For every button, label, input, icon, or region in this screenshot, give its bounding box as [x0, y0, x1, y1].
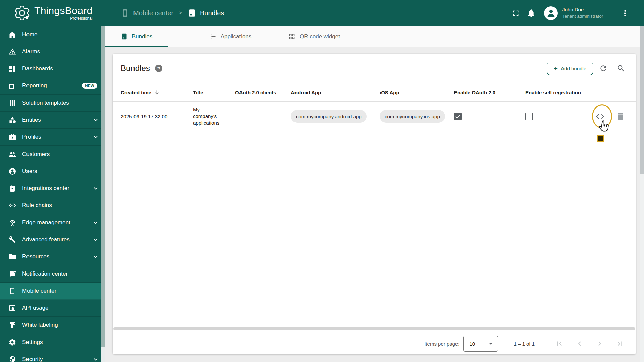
sidebar-item-label: Dashboards [22, 65, 53, 72]
first-page-button[interactable] [551, 336, 568, 352]
tab-label: Bundles [132, 33, 152, 40]
breadcrumb-bundles[interactable]: Bundles [187, 9, 224, 17]
sidebar-item-customers[interactable]: Customers [0, 146, 105, 163]
tab-applications[interactable]: Applications [189, 26, 272, 47]
enable-oauth-checkbox[interactable] [454, 113, 462, 120]
sidebar-item-label: Advanced features [22, 236, 70, 243]
column-header-enable-self-registration[interactable]: Enable self registration [525, 89, 592, 95]
first-page-icon [555, 339, 564, 348]
sidebar-item-notification-center[interactable]: Notification center [0, 265, 105, 283]
avatar[interactable] [544, 6, 558, 20]
column-header-title[interactable]: Title [193, 89, 235, 95]
breadcrumb: Mobile center > Bundles [121, 9, 224, 17]
paginator: Items per page: 10 1 – 1 of 1 [113, 333, 636, 354]
bell-icon [527, 9, 536, 18]
advanced-features-icon [8, 236, 16, 244]
bundle-icon [121, 33, 128, 40]
sidebar-item-entities[interactable]: Entities [0, 112, 105, 129]
breadcrumb-page-label: Bundles [200, 9, 224, 17]
previous-page-button[interactable] [572, 336, 588, 352]
sidebar-item-integrations-center[interactable]: Integrations center [0, 180, 105, 197]
sidebar-item-label: Integrations center [22, 185, 69, 192]
person-icon [546, 8, 556, 18]
entities-icon [8, 116, 16, 124]
sidebar-item-white-labeling[interactable]: White labeling [0, 317, 105, 334]
fullscreen-icon [511, 9, 520, 18]
more-menu-button[interactable] [617, 5, 633, 21]
last-page-button[interactable] [612, 336, 628, 352]
notifications-button[interactable] [523, 5, 539, 21]
table-header-row: Created time Title OAuth 2.0 clients And… [113, 83, 636, 101]
notification-center-icon [8, 270, 16, 278]
sidebar-item-advanced-features[interactable]: Advanced features [0, 231, 105, 248]
breadcrumb-mobile-center[interactable]: Mobile center [121, 9, 173, 17]
rule-chains-icon [8, 201, 16, 209]
users-icon [8, 167, 16, 175]
solution-templates-icon [8, 99, 16, 107]
column-header-oauth-clients[interactable]: OAuth 2.0 clients [235, 89, 291, 95]
add-bundle-button[interactable]: + Add bundle [547, 62, 593, 75]
home-icon [8, 31, 16, 39]
items-per-page-label: Items per page: [424, 341, 459, 347]
tab-label: QR code widget [300, 33, 340, 40]
page-scrollbar[interactable] [640, 26, 644, 362]
applications-icon [210, 33, 217, 40]
delete-bundle-button[interactable] [613, 110, 627, 123]
sidebar-scrollbar-thumb[interactable] [101, 26, 105, 347]
reporting-icon [8, 82, 16, 90]
user-role: Tenant administrator [562, 13, 612, 20]
sidebar-item-mobile-center[interactable]: Mobile center [0, 283, 105, 300]
main-area: BundlesApplicationsQR code widget Bundle… [105, 26, 644, 362]
column-header-android-app[interactable]: Android App [291, 89, 380, 95]
column-header-enable-oauth[interactable]: Enable OAuth 2.0 [454, 89, 525, 95]
enable-self-registration-checkbox[interactable] [525, 113, 533, 120]
next-page-button[interactable] [592, 336, 608, 352]
content-area: Bundles ? + Add bundle Created time Titl… [105, 47, 644, 362]
cell-enable-oauth [454, 113, 525, 120]
tab-bundles[interactable]: Bundles [105, 26, 168, 47]
sidebar-item-settings[interactable]: Settings [0, 334, 105, 351]
sidebar-item-reporting[interactable]: ReportingNEW [0, 77, 105, 95]
tab-qr-code-widget[interactable]: QR code widget [272, 26, 356, 47]
sidebar-item-profiles[interactable]: Profiles [0, 129, 105, 146]
sidebar-item-resources[interactable]: Resources [0, 248, 105, 265]
fullscreen-button[interactable] [508, 5, 523, 21]
sidebar-item-security[interactable]: Security [0, 351, 105, 362]
breadcrumb-section-label: Mobile center [133, 9, 173, 17]
android-app-chip[interactable]: com.mycompany.android.app [291, 110, 367, 123]
sidebar-item-label: Settings [22, 339, 43, 346]
thingsboard-logo[interactable]: ThingsBoard Professional [0, 4, 105, 22]
sidebar-item-edge-management[interactable]: Edge management [0, 214, 105, 231]
page-size-select[interactable]: 10 [463, 336, 498, 352]
table-row[interactable]: 2025-09-19 17:32:00 My company's applica… [113, 101, 636, 131]
settings-icon [8, 338, 16, 346]
bundle-icon [187, 9, 196, 17]
dashboards-icon [8, 65, 16, 73]
horizontal-scrollbar-thumb[interactable] [113, 327, 635, 330]
embed-code-button[interactable] [593, 110, 607, 123]
sidebar-item-label: White labeling [22, 322, 58, 328]
chevron-down-icon [92, 236, 99, 243]
ios-app-chip[interactable]: com.mycompany.ios.app [380, 110, 445, 123]
refresh-button[interactable] [596, 61, 610, 75]
cell-ios-app: com.mycompany.ios.app [380, 110, 454, 123]
search-button[interactable] [614, 61, 628, 75]
sidebar-item-api-usage[interactable]: API usage [0, 300, 105, 317]
page-scrollbar-thumb[interactable] [640, 26, 644, 174]
qr-code-icon [288, 33, 296, 40]
sidebar-item-solution-templates[interactable]: Solution templates [0, 95, 105, 112]
edge-management-icon [8, 219, 16, 227]
help-icon[interactable]: ? [155, 65, 162, 72]
tab-bar: BundlesApplicationsQR code widget [105, 26, 644, 47]
smartphone-icon [121, 9, 129, 17]
user-info[interactable]: John Doe Tenant administrator [562, 6, 612, 20]
sidebar-item-dashboards[interactable]: Dashboards [0, 60, 105, 77]
sidebar-item-alarms[interactable]: Alarms [0, 43, 105, 60]
sidebar-item-users[interactable]: Users [0, 163, 105, 180]
cell-title: My company's applications [193, 106, 235, 126]
sidebar-item-rule-chains[interactable]: Rule chains [0, 197, 105, 214]
sidebar-scrollbar[interactable] [101, 26, 105, 362]
column-header-ios-app[interactable]: iOS App [380, 89, 454, 95]
sidebar-item-home[interactable]: Home [0, 26, 105, 43]
column-header-created-time[interactable]: Created time [121, 89, 193, 96]
